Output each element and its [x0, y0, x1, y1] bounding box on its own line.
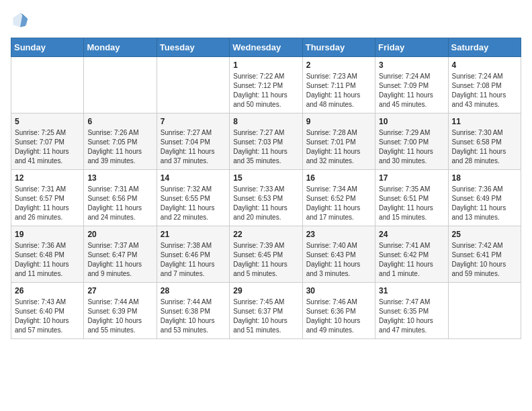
days-of-week-row: SundayMondayTuesdayWednesdayThursdayFrid… — [11, 38, 521, 57]
day-number: 27 — [87, 286, 152, 295]
day-number: 5 — [15, 117, 80, 126]
day-info: Sunrise: 7:31 AM Sunset: 6:57 PM Dayligh… — [15, 185, 80, 222]
day-number: 29 — [233, 286, 298, 295]
day-number: 2 — [306, 60, 371, 70]
day-info: Sunrise: 7:34 AM Sunset: 6:52 PM Dayligh… — [306, 185, 371, 222]
day-info: Sunrise: 7:38 AM Sunset: 6:46 PM Dayligh… — [161, 241, 226, 279]
day-number: 21 — [161, 230, 226, 239]
day-info: Sunrise: 7:22 AM Sunset: 7:12 PM Dayligh… — [233, 72, 298, 109]
day-number: 7 — [161, 117, 226, 126]
calendar-week-row: 12Sunrise: 7:31 AM Sunset: 6:57 PM Dayli… — [11, 170, 521, 226]
day-info: Sunrise: 7:28 AM Sunset: 7:01 PM Dayligh… — [306, 128, 371, 166]
day-info: Sunrise: 7:36 AM Sunset: 6:48 PM Dayligh… — [15, 241, 80, 279]
calendar-cell: 4Sunrise: 7:24 AM Sunset: 7:08 PM Daylig… — [448, 57, 521, 113]
day-info: Sunrise: 7:24 AM Sunset: 7:09 PM Dayligh… — [379, 72, 444, 109]
calendar-table: SundayMondayTuesdayWednesdayThursdayFrid… — [11, 38, 521, 339]
calendar-cell: 9Sunrise: 7:28 AM Sunset: 7:01 PM Daylig… — [302, 113, 375, 170]
day-number: 6 — [87, 117, 152, 126]
calendar-cell: 25Sunrise: 7:42 AM Sunset: 6:41 PM Dayli… — [448, 226, 521, 283]
day-info: Sunrise: 7:33 AM Sunset: 6:53 PM Dayligh… — [233, 185, 298, 222]
day-number: 31 — [379, 286, 444, 295]
day-number: 26 — [15, 286, 80, 295]
calendar-cell: 30Sunrise: 7:46 AM Sunset: 6:36 PM Dayli… — [302, 283, 375, 339]
calendar-cell: 5Sunrise: 7:25 AM Sunset: 7:07 PM Daylig… — [11, 113, 84, 170]
day-of-week-header: Wednesday — [230, 38, 302, 57]
calendar-header: SundayMondayTuesdayWednesdayThursdayFrid… — [11, 38, 521, 57]
day-number: 28 — [161, 286, 226, 295]
calendar-cell: 27Sunrise: 7:44 AM Sunset: 6:39 PM Dayli… — [84, 283, 157, 339]
day-number: 13 — [87, 173, 152, 183]
day-info: Sunrise: 7:24 AM Sunset: 7:08 PM Dayligh… — [452, 72, 517, 109]
calendar-body: 1Sunrise: 7:22 AM Sunset: 7:12 PM Daylig… — [11, 57, 521, 339]
day-number: 1 — [233, 60, 298, 70]
day-number: 20 — [87, 230, 152, 239]
day-of-week-header: Tuesday — [157, 38, 229, 57]
calendar-cell: 1Sunrise: 7:22 AM Sunset: 7:12 PM Daylig… — [230, 57, 302, 113]
calendar-cell: 26Sunrise: 7:43 AM Sunset: 6:40 PM Dayli… — [11, 283, 84, 339]
calendar-cell — [84, 57, 157, 113]
calendar-cell: 20Sunrise: 7:37 AM Sunset: 6:47 PM Dayli… — [84, 226, 157, 283]
day-info: Sunrise: 7:35 AM Sunset: 6:51 PM Dayligh… — [379, 185, 444, 222]
day-number: 17 — [379, 173, 444, 183]
calendar-cell — [157, 57, 229, 113]
page-header — [11, 11, 521, 30]
day-info: Sunrise: 7:29 AM Sunset: 7:00 PM Dayligh… — [379, 128, 444, 166]
day-number: 30 — [306, 286, 371, 295]
calendar-cell: 31Sunrise: 7:47 AM Sunset: 6:35 PM Dayli… — [375, 283, 448, 339]
calendar-cell — [11, 57, 84, 113]
calendar-cell: 15Sunrise: 7:33 AM Sunset: 6:53 PM Dayli… — [230, 170, 302, 226]
calendar-cell: 8Sunrise: 7:27 AM Sunset: 7:03 PM Daylig… — [230, 113, 302, 170]
day-info: Sunrise: 7:43 AM Sunset: 6:40 PM Dayligh… — [15, 298, 80, 335]
day-info: Sunrise: 7:44 AM Sunset: 6:38 PM Dayligh… — [161, 298, 226, 335]
day-info: Sunrise: 7:36 AM Sunset: 6:49 PM Dayligh… — [452, 185, 517, 222]
day-number: 22 — [233, 230, 298, 239]
calendar-cell: 21Sunrise: 7:38 AM Sunset: 6:46 PM Dayli… — [157, 226, 229, 283]
calendar-cell: 17Sunrise: 7:35 AM Sunset: 6:51 PM Dayli… — [375, 170, 448, 226]
calendar-cell: 23Sunrise: 7:40 AM Sunset: 6:43 PM Dayli… — [302, 226, 375, 283]
day-number: 4 — [452, 60, 517, 70]
day-number: 23 — [306, 230, 371, 239]
day-number: 8 — [233, 117, 298, 126]
calendar-week-row: 26Sunrise: 7:43 AM Sunset: 6:40 PM Dayli… — [11, 283, 521, 339]
day-info: Sunrise: 7:23 AM Sunset: 7:11 PM Dayligh… — [306, 72, 371, 109]
day-info: Sunrise: 7:39 AM Sunset: 6:45 PM Dayligh… — [233, 241, 298, 279]
day-of-week-header: Saturday — [448, 38, 521, 57]
day-number: 25 — [452, 230, 517, 239]
logo — [11, 11, 32, 30]
day-number: 10 — [379, 117, 444, 126]
calendar-cell: 13Sunrise: 7:31 AM Sunset: 6:56 PM Dayli… — [84, 170, 157, 226]
day-number: 18 — [452, 173, 517, 183]
calendar-cell: 29Sunrise: 7:45 AM Sunset: 6:37 PM Dayli… — [230, 283, 302, 339]
day-info: Sunrise: 7:41 AM Sunset: 6:42 PM Dayligh… — [379, 241, 444, 279]
day-number: 11 — [452, 117, 517, 126]
calendar-cell: 2Sunrise: 7:23 AM Sunset: 7:11 PM Daylig… — [302, 57, 375, 113]
day-info: Sunrise: 7:44 AM Sunset: 6:39 PM Dayligh… — [87, 298, 152, 335]
calendar-cell: 3Sunrise: 7:24 AM Sunset: 7:09 PM Daylig… — [375, 57, 448, 113]
calendar-cell: 10Sunrise: 7:29 AM Sunset: 7:00 PM Dayli… — [375, 113, 448, 170]
calendar-cell: 12Sunrise: 7:31 AM Sunset: 6:57 PM Dayli… — [11, 170, 84, 226]
day-info: Sunrise: 7:26 AM Sunset: 7:05 PM Dayligh… — [87, 128, 152, 166]
calendar-cell — [448, 283, 521, 339]
day-number: 14 — [161, 173, 226, 183]
day-number: 9 — [306, 117, 371, 126]
day-info: Sunrise: 7:42 AM Sunset: 6:41 PM Dayligh… — [452, 241, 517, 279]
day-info: Sunrise: 7:32 AM Sunset: 6:55 PM Dayligh… — [161, 185, 226, 222]
calendar-cell: 7Sunrise: 7:27 AM Sunset: 7:04 PM Daylig… — [157, 113, 229, 170]
calendar-cell: 28Sunrise: 7:44 AM Sunset: 6:38 PM Dayli… — [157, 283, 229, 339]
day-of-week-header: Sunday — [11, 38, 84, 57]
day-number: 16 — [306, 173, 371, 183]
day-number: 3 — [379, 60, 444, 70]
day-info: Sunrise: 7:47 AM Sunset: 6:35 PM Dayligh… — [379, 298, 444, 335]
calendar-cell: 22Sunrise: 7:39 AM Sunset: 6:45 PM Dayli… — [230, 226, 302, 283]
day-info: Sunrise: 7:27 AM Sunset: 7:04 PM Dayligh… — [161, 128, 226, 166]
calendar-cell: 11Sunrise: 7:30 AM Sunset: 6:58 PM Dayli… — [448, 113, 521, 170]
day-info: Sunrise: 7:25 AM Sunset: 7:07 PM Dayligh… — [15, 128, 80, 166]
day-info: Sunrise: 7:31 AM Sunset: 6:56 PM Dayligh… — [87, 185, 152, 222]
calendar-cell: 14Sunrise: 7:32 AM Sunset: 6:55 PM Dayli… — [157, 170, 229, 226]
calendar-week-row: 19Sunrise: 7:36 AM Sunset: 6:48 PM Dayli… — [11, 226, 521, 283]
day-of-week-header: Friday — [375, 38, 448, 57]
calendar-cell: 6Sunrise: 7:26 AM Sunset: 7:05 PM Daylig… — [84, 113, 157, 170]
day-number: 19 — [15, 230, 80, 239]
day-info: Sunrise: 7:45 AM Sunset: 6:37 PM Dayligh… — [233, 298, 298, 335]
calendar-cell: 19Sunrise: 7:36 AM Sunset: 6:48 PM Dayli… — [11, 226, 84, 283]
